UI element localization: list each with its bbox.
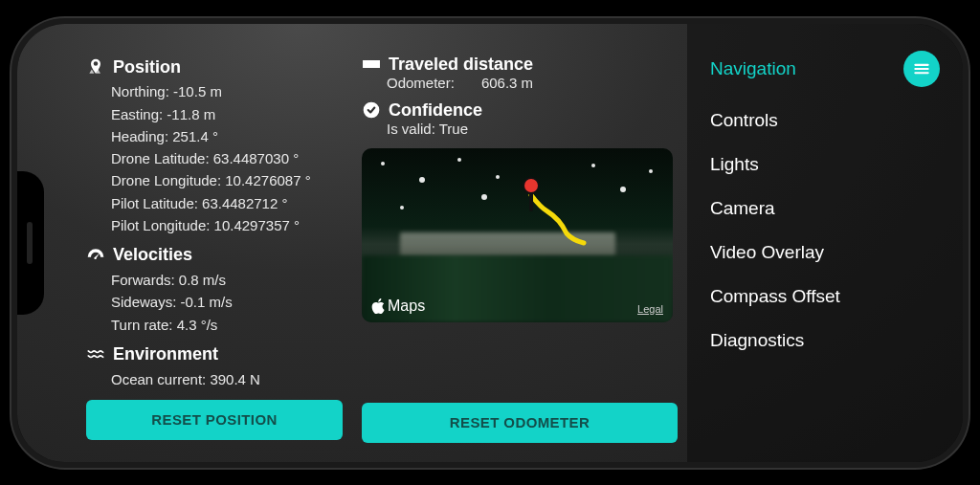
gauge-icon <box>86 246 105 265</box>
map-view[interactable]: Maps Legal <box>362 148 673 322</box>
traveled-header: Traveled distance <box>362 55 678 75</box>
nav-panel: Navigation Controls Lights Camera Video … <box>687 24 963 462</box>
odometer-row: Odometer: 606.3 m <box>362 75 678 91</box>
confidence-title: Confidence <box>389 100 482 121</box>
position-northing: Northing: -10.5 m <box>111 80 343 102</box>
nav-item-diagnostics[interactable]: Diagnostics <box>710 330 940 351</box>
position-pilot-lat: Pilot Latitude: 63.4482712 ° <box>111 192 343 214</box>
left-column: Position Northing: -10.5 m Easting: -11.… <box>17 24 352 462</box>
app-screen: Position Northing: -10.5 m Easting: -11.… <box>17 24 963 462</box>
map-provider-label: Maps <box>371 298 425 315</box>
apple-logo-icon <box>371 298 385 314</box>
reset-position-button[interactable]: RESET POSITION <box>86 400 343 440</box>
environment-ocean-current: Ocean current: 390.4 N <box>111 368 343 390</box>
middle-column: Traveled distance Odometer: 606.3 m Conf… <box>352 24 687 462</box>
reset-odometer-button[interactable]: RESET ODOMETER <box>362 403 678 443</box>
velocities-header: Velocities <box>86 242 343 269</box>
nav-item-camera[interactable]: Camera <box>710 198 940 219</box>
environment-header: Environment <box>86 342 343 368</box>
velocity-forwards: Forwards: 0.8 m/s <box>111 269 343 291</box>
traveled-title: Traveled distance <box>389 55 533 75</box>
nav-item-video-overlay[interactable]: Video Overlay <box>710 242 940 263</box>
position-body: Northing: -10.5 m Easting: -11.8 m Headi… <box>86 80 343 236</box>
position-title: Position <box>113 55 181 81</box>
position-drone-lon: Drone Longitude: 10.4276087 ° <box>111 169 343 191</box>
nav-item-lights[interactable]: Lights <box>710 154 940 175</box>
confidence-is-valid: Is valid: True <box>387 121 678 137</box>
nav-item-controls[interactable]: Controls <box>710 110 940 131</box>
position-easting: Easting: -11.8 m <box>111 103 343 125</box>
odometer-label: Odometer: <box>387 75 455 91</box>
svg-rect-0 <box>364 61 380 68</box>
phone-notch <box>15 171 44 315</box>
phone-frame: Position Northing: -10.5 m Easting: -11.… <box>11 18 969 468</box>
environment-body: Ocean current: 390.4 N <box>86 368 343 390</box>
map-pin-icon <box>86 57 105 77</box>
velocities-title: Velocities <box>113 242 192 269</box>
map-provider-text: Maps <box>388 298 425 315</box>
nav-item-navigation[interactable]: Navigation <box>710 58 796 79</box>
position-heading: Heading: 251.4 ° <box>111 125 343 147</box>
ruler-icon <box>362 55 381 74</box>
confidence-body: Is valid: True <box>362 121 678 137</box>
confidence-header: Confidence <box>362 100 678 121</box>
menu-button[interactable] <box>903 51 940 87</box>
hamburger-icon <box>912 59 931 78</box>
velocities-body: Forwards: 0.8 m/s Sideways: -0.1 m/s Tur… <box>86 269 343 336</box>
check-circle-icon <box>362 100 381 120</box>
nav-item-compass-offset[interactable]: Compass Offset <box>710 286 940 307</box>
map-pin <box>523 177 540 194</box>
velocity-turn-rate: Turn rate: 4.3 °/s <box>111 314 343 336</box>
position-pilot-lon: Pilot Longitude: 10.4297357 ° <box>111 214 343 236</box>
position-drone-lat: Drone Latitude: 63.4487030 ° <box>111 147 343 169</box>
map-trail <box>526 190 603 248</box>
odometer-value: 606.3 m <box>481 75 533 91</box>
waves-icon <box>86 345 105 364</box>
environment-title: Environment <box>113 342 218 368</box>
velocity-sideways: Sideways: -0.1 m/s <box>111 291 343 313</box>
nav-row-navigation: Navigation <box>710 51 940 87</box>
map-legal-link[interactable]: Legal <box>637 303 663 315</box>
position-header: Position <box>86 55 343 81</box>
